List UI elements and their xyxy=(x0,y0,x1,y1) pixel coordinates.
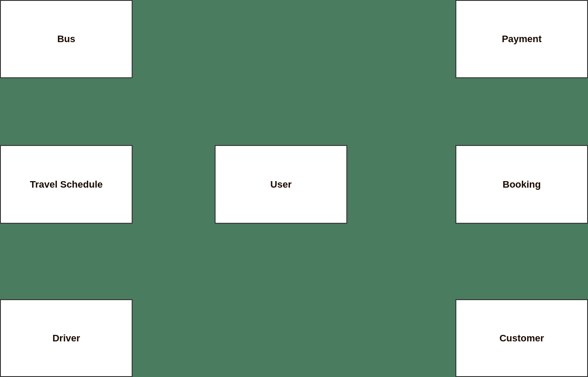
node-driver[interactable]: Driver xyxy=(0,299,133,377)
node-label-driver: Driver xyxy=(48,328,85,348)
node-label-user: User xyxy=(266,175,296,195)
node-customer[interactable]: Customer xyxy=(455,299,588,377)
node-label-booking: Booking xyxy=(498,175,545,195)
node-payment[interactable]: Payment xyxy=(455,0,588,78)
node-label-customer: Customer xyxy=(495,328,548,348)
node-booking[interactable]: Booking xyxy=(455,145,588,224)
node-label-bus: Bus xyxy=(53,29,80,49)
node-user[interactable]: User xyxy=(215,145,347,224)
diagram-container: BusPaymentTravel ScheduleUserBookingDriv… xyxy=(0,0,588,377)
node-label-payment: Payment xyxy=(498,29,546,49)
node-travel-schedule[interactable]: Travel Schedule xyxy=(0,145,133,224)
node-bus[interactable]: Bus xyxy=(0,0,133,78)
node-label-travel-schedule: Travel Schedule xyxy=(26,175,107,195)
